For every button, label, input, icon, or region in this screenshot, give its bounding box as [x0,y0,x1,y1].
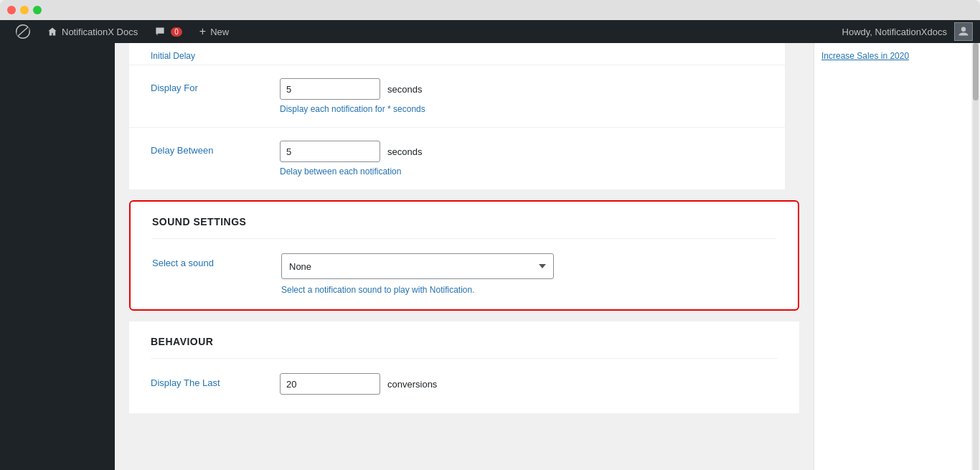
wp-logo[interactable] [7,20,39,43]
initial-delay-section: Initial Delay [129,43,785,65]
plus-icon: + [199,25,206,38]
admin-bar: NotificationX Docs 0 + New Howdy, Notifi… [0,20,980,43]
new-label: New [210,27,229,37]
wordpress-icon [16,24,30,39]
display-for-input-group: seconds [280,78,763,100]
display-last-label: Display The Last [151,373,280,388]
home-icon [47,27,57,37]
initial-delay-hint: Initial Delay [151,51,195,61]
right-sidebar-link[interactable]: Increase Sales in 2020 [821,51,909,61]
main-layout: Initial Delay Display For seconds Displa… [0,43,980,470]
minimize-button[interactable] [20,6,29,14]
display-last-control: conversions [280,373,778,399]
user-icon [958,26,969,37]
select-sound-hint: Select a notification sound to play with… [281,285,776,295]
admin-bar-comments[interactable]: 0 [146,20,191,43]
comment-icon [155,27,165,37]
delay-between-input[interactable] [280,141,380,162]
scrollbar-area [971,43,980,470]
display-for-row: Display For seconds Display each notific… [129,65,785,127]
behaviour-section: BEHAVIOUR Display The Last conversions [129,321,799,413]
select-sound-dropdown[interactable]: None Sound 1 Sound 2 Sound 3 [281,253,554,279]
select-sound-label: Select a sound [152,253,281,268]
title-bar [0,0,980,20]
display-last-input[interactable] [280,373,380,395]
scrollbar-track [973,43,979,470]
howdy-text: Howdy, NotificationXdocs [835,27,954,37]
site-name-label: NotificationX Docs [62,27,138,37]
settings-panel: Initial Delay Display For seconds Displa… [129,43,785,189]
sound-settings-section: SOUND SETTINGS Select a sound None Sound… [129,200,799,311]
right-sidebar: Increase Sales in 2020 [814,43,971,470]
admin-bar-new[interactable]: + New [191,20,237,43]
display-for-hint: Display each notification for * seconds [280,104,763,114]
display-last-input-group: conversions [280,373,778,395]
avatar[interactable] [954,22,973,41]
delay-between-control: seconds Delay between each notification [280,141,763,177]
display-last-row: Display The Last conversions [151,373,778,399]
scrollbar-thumb[interactable] [973,43,979,100]
admin-bar-site-name[interactable]: NotificationX Docs [39,20,146,43]
delay-between-input-group: seconds [280,141,763,162]
select-sound-control: None Sound 1 Sound 2 Sound 3 Select a no… [281,253,776,295]
display-for-suffix: seconds [387,84,422,95]
delay-between-label: Delay Between [151,141,280,156]
display-for-input[interactable] [280,78,380,100]
content-area: Initial Delay Display For seconds Displa… [115,43,980,470]
delay-between-row: Delay Between seconds Delay between each… [129,128,785,189]
display-last-suffix: conversions [387,379,437,390]
close-button[interactable] [7,6,16,14]
display-for-control: seconds Display each notification for * … [280,78,763,114]
display-for-label: Display For [151,78,280,93]
comment-count: 0 [171,27,182,37]
select-sound-row: Select a sound None Sound 1 Sound 2 Soun… [152,253,776,295]
delay-between-suffix: seconds [387,146,422,157]
left-sidebar [0,43,115,470]
admin-bar-right: Howdy, NotificationXdocs [835,22,973,41]
main-content: Initial Delay Display For seconds Displa… [115,43,814,470]
behaviour-title: BEHAVIOUR [151,336,778,359]
delay-between-hint: Delay between each notification [280,166,763,177]
maximize-button[interactable] [33,6,42,14]
sound-settings-title: SOUND SETTINGS [152,216,776,239]
